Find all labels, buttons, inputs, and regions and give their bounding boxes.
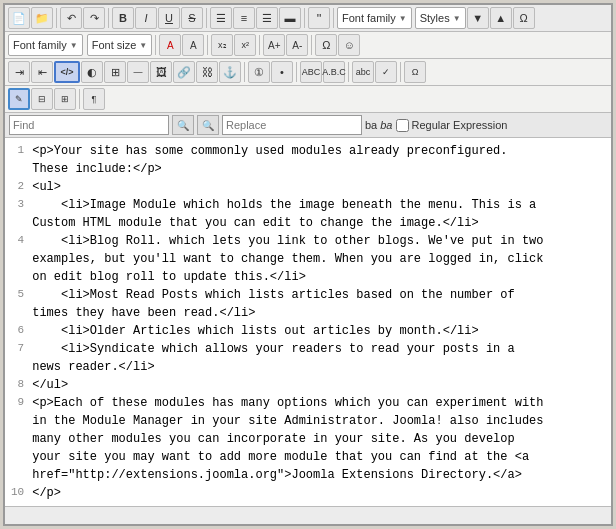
table-row: 6 <li>Older Articles which lists out art…	[11, 322, 605, 340]
find-input[interactable]	[9, 115, 169, 135]
misc1-btn[interactable]: Ω	[404, 61, 426, 83]
whole-word-label: ba	[380, 119, 392, 131]
italic-button[interactable]: I	[135, 7, 157, 29]
abc2-button[interactable]: A.B.C	[323, 61, 345, 83]
sep3	[206, 8, 207, 28]
indent-button[interactable]: ⇥	[8, 61, 30, 83]
code-content: </ul>	[32, 376, 605, 394]
line-number: 10	[11, 484, 32, 502]
font-size-label: Font size	[92, 39, 137, 51]
line-number: 6	[11, 322, 32, 340]
underline-button[interactable]: U	[158, 7, 180, 29]
sep4	[304, 8, 305, 28]
table-row: 10</p>	[11, 484, 605, 502]
ul-button[interactable]: •	[271, 61, 293, 83]
code-editor-area[interactable]: 1<p>Your site has some commonly used mod…	[5, 138, 611, 506]
hr-button[interactable]: —	[127, 61, 149, 83]
regex-label: Regular Expression	[412, 119, 508, 131]
color-picker-bg[interactable]: A	[182, 34, 204, 56]
case-sensitive-label: ba	[365, 119, 377, 131]
table-row: 8</ul>	[11, 376, 605, 394]
font-size-dropdown[interactable]: Font size ▼	[87, 34, 153, 56]
line-number: 2	[11, 178, 32, 196]
table-row: 1<p>Your site has some commonly used mod…	[11, 142, 605, 178]
sep8	[259, 35, 260, 55]
undo-button[interactable]: ↶	[60, 7, 82, 29]
status-bar	[5, 506, 611, 524]
find-prev-button[interactable]: 🔍	[172, 115, 194, 135]
color-picker-fg[interactable]: A	[159, 34, 181, 56]
superscript-button[interactable]: x²	[234, 34, 256, 56]
more-btn1[interactable]: ▼	[467, 7, 489, 29]
spell2-btn[interactable]: ✓	[375, 61, 397, 83]
link-button[interactable]: 🔗	[173, 61, 195, 83]
omega-button[interactable]: Ω	[513, 7, 535, 29]
font-family-arrow-icon: ▼	[70, 41, 78, 50]
sep1	[56, 8, 57, 28]
sep5	[333, 8, 334, 28]
special-char-button[interactable]: Ω	[315, 34, 337, 56]
emoji-button[interactable]: ☺	[338, 34, 360, 56]
code-content: <p>Your site has some commonly used modu…	[32, 142, 605, 178]
image-button[interactable]: 🖼	[150, 61, 172, 83]
strikethrough-button[interactable]: S	[181, 7, 203, 29]
open-button[interactable]: 📁	[31, 7, 53, 29]
find-replace-row: 🔍 🔍 ba ba Regular Expression	[5, 113, 611, 138]
sep10	[244, 62, 245, 82]
font-size-inc-button[interactable]: A+	[263, 34, 285, 56]
toolbar-row-2: Font family ▼ Font size ▼ A A x₂ x² A+ A…	[5, 32, 611, 59]
line-number: 7	[11, 340, 32, 376]
blockquote-button[interactable]: "	[308, 7, 330, 29]
toolbar-row-1: 📄 📁 ↶ ↷ B I U S ☰ ≡ ☰ ▬ " Font family ▼ …	[5, 5, 611, 32]
toolbar-row-3: ⇥ ⇤ </> ◐ ⊞ — 🖼 🔗 ⛓ ⚓ ① • ABC A.B.C abc …	[5, 59, 611, 86]
sep11	[296, 62, 297, 82]
code-content: <li>Most Read Posts which lists articles…	[32, 286, 605, 322]
new-button[interactable]: 📄	[8, 7, 30, 29]
line-number: 4	[11, 232, 32, 286]
code-content: <li>Image Module which holds the image b…	[32, 196, 605, 232]
table-row: 3 <li>Image Module which holds the image…	[11, 196, 605, 232]
sep6	[155, 35, 156, 55]
table-row: 9<p>Each of these modules has many optio…	[11, 394, 605, 484]
find-next-button[interactable]: 🔍	[197, 115, 219, 135]
split-view-button[interactable]: ⊟	[31, 88, 53, 110]
abc-button[interactable]: ABC	[300, 61, 322, 83]
bold-button[interactable]: B	[112, 7, 134, 29]
toolbar-row-4: ✎ ⊟ ⊞ ¶	[5, 86, 611, 113]
outdent-button[interactable]: ⇤	[31, 61, 53, 83]
preview-button[interactable]: ◐	[81, 61, 103, 83]
code-content: <li>Blog Roll. which lets you link to ot…	[32, 232, 605, 286]
font-family-dropdown[interactable]: Font family ▼	[8, 34, 83, 56]
source-view-button[interactable]: ✎	[8, 88, 30, 110]
sep12	[348, 62, 349, 82]
table-row: 7 <li>Syndicate which allows your reader…	[11, 340, 605, 376]
editor-container: 📄 📁 ↶ ↷ B I U S ☰ ≡ ☰ ▬ " Font family ▼ …	[3, 3, 613, 526]
wysiwyg-button[interactable]: ⊞	[54, 88, 76, 110]
styles-dropdown[interactable]: Styles ▼	[415, 7, 466, 29]
align-justify-button[interactable]: ▬	[279, 7, 301, 29]
sep2	[108, 8, 109, 28]
align-left-button[interactable]: ☰	[210, 7, 232, 29]
paragraph-dropdown[interactable]: Font family ▼	[337, 7, 412, 29]
table-row: 5 <li>Most Read Posts which lists articl…	[11, 286, 605, 322]
subscript-button[interactable]: x₂	[211, 34, 233, 56]
spell-btn[interactable]: abc	[352, 61, 374, 83]
align-center-button[interactable]: ≡	[233, 7, 255, 29]
line-number: 1	[11, 142, 32, 178]
show-blocks-button[interactable]: ¶	[83, 88, 105, 110]
regex-checkbox[interactable]	[396, 119, 409, 132]
align-right-button[interactable]: ☰	[256, 7, 278, 29]
redo-button[interactable]: ↷	[83, 7, 105, 29]
sep13	[400, 62, 401, 82]
source-button[interactable]: </>	[54, 61, 80, 83]
table-row: 4 <li>Blog Roll. which lets you link to …	[11, 232, 605, 286]
table-row: 2<ul>	[11, 178, 605, 196]
unlink-button[interactable]: ⛓	[196, 61, 218, 83]
font-size-dec-button[interactable]: A-	[286, 34, 308, 56]
styles-arrow-icon: ▼	[453, 14, 461, 23]
ol-button[interactable]: ①	[248, 61, 270, 83]
more-btn2[interactable]: ▲	[490, 7, 512, 29]
table-button[interactable]: ⊞	[104, 61, 126, 83]
anchor-button[interactable]: ⚓	[219, 61, 241, 83]
replace-input[interactable]	[222, 115, 362, 135]
